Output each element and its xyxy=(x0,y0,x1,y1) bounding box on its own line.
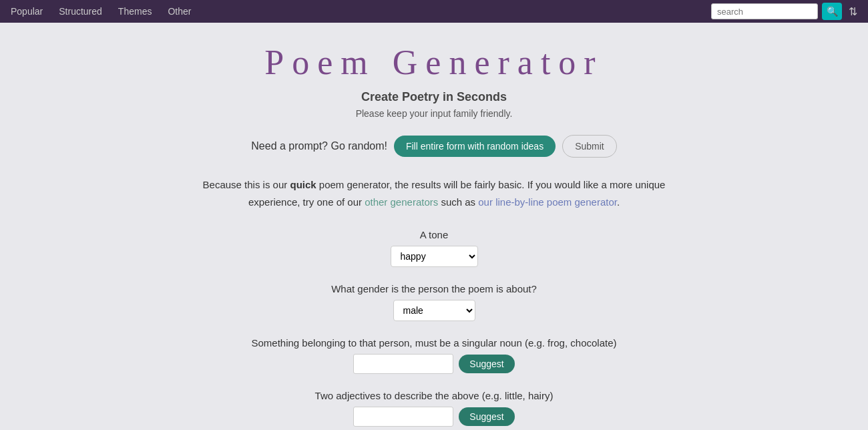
noun-input-row: Suggest xyxy=(194,354,674,374)
gender-field-group: What gender is the person the poem is ab… xyxy=(194,283,674,321)
random-prompt-text: Need a prompt? Go random! xyxy=(251,140,387,152)
family-friendly-notice: Please keep your input family friendly. xyxy=(194,108,674,119)
desc-part4: . xyxy=(617,196,620,208)
search-input[interactable] xyxy=(711,3,818,19)
nav-links: Popular Structured Themes Other xyxy=(11,6,711,17)
nav-structured[interactable]: Structured xyxy=(59,6,102,17)
search-button[interactable]: 🔍 xyxy=(822,3,842,20)
gender-select[interactable]: male female non-binary xyxy=(393,300,475,321)
nav-popular[interactable]: Popular xyxy=(11,6,43,17)
search-icon: 🔍 xyxy=(827,6,838,17)
page-title: Poem Generator xyxy=(194,43,674,82)
suggest-adj1-button[interactable]: Suggest xyxy=(459,407,514,426)
fill-random-button[interactable]: Fill entire form with random ideas xyxy=(394,136,556,157)
noun-label: Something belonging to that person, must… xyxy=(194,337,674,349)
desc-part3: such as xyxy=(438,196,478,208)
random-row: Need a prompt? Go random! Fill entire fo… xyxy=(194,135,674,158)
tone-label: A tone xyxy=(194,229,674,240)
other-generators-link[interactable]: other generators xyxy=(365,196,438,208)
adjectives-label: Two adjectives to describe the above (e.… xyxy=(194,390,674,401)
submit-button[interactable]: Submit xyxy=(562,135,617,158)
line-by-line-link[interactable]: our line-by-line poem generator xyxy=(478,196,617,208)
navbar: Popular Structured Themes Other 🔍 ⇅ xyxy=(0,0,868,23)
description-text: Because this is our quick poem generator… xyxy=(200,176,668,210)
desc-bold: quick xyxy=(290,179,316,190)
noun-input[interactable] xyxy=(353,354,453,374)
noun-field-group: Something belonging to that person, must… xyxy=(194,337,674,374)
subtitle: Create Poetry in Seconds xyxy=(194,90,674,104)
adjectives-field-group: Two adjectives to describe the above (e.… xyxy=(194,390,674,430)
gender-label: What gender is the person the poem is ab… xyxy=(194,283,674,294)
nav-other[interactable]: Other xyxy=(168,6,191,17)
tone-select[interactable]: happy sad romantic angry inspirational xyxy=(391,246,478,267)
nav-right: 🔍 ⇅ xyxy=(711,3,857,20)
sort-icon: ⇅ xyxy=(849,6,857,17)
adj1-input[interactable] xyxy=(353,407,453,427)
adj1-input-row: Suggest xyxy=(194,407,674,427)
suggest-noun-button[interactable]: Suggest xyxy=(459,355,514,373)
main-content: Poem Generator Create Poetry in Seconds … xyxy=(180,23,688,430)
tone-field-group: A tone happy sad romantic angry inspirat… xyxy=(194,229,674,267)
nav-themes[interactable]: Themes xyxy=(118,6,152,17)
sort-button[interactable]: ⇅ xyxy=(849,5,857,18)
desc-part1: Because this is our xyxy=(203,179,290,190)
